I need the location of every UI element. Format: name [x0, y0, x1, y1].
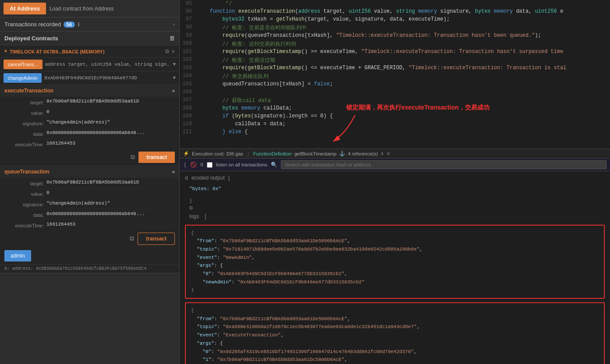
exec-copy-icon[interactable]: ⧉	[131, 154, 135, 161]
execute-tx-section: executeTransaction ▲ target: 0x7b96aF9Bd…	[0, 85, 179, 166]
exec-param-value: value: 0	[0, 107, 179, 117]
change-admin-value: 0xAb8483F64d9C6d1EcF9b849Ae677dD	[44, 75, 170, 81]
copy-decoded-icon[interactable]: ⧉	[189, 205, 193, 211]
logs-count: 0	[200, 162, 203, 167]
exec-param-time: executeTime: 1661264453	[0, 138, 179, 149]
at-address-button[interactable]: At Address	[4, 3, 46, 14]
code-line-103: 103 require(getBlockTimestamp() <= execu…	[180, 64, 610, 72]
deployed-contracts-section: Deployed Contracts 🗑 ▼ TIMELOCK AT 0X7B9…	[0, 32, 179, 273]
output-panel: decoded output { "bytes: 0x" } ⧉ logs [ …	[180, 171, 610, 364]
line-code-109: if (bytes(signature).length == 0) {	[197, 113, 333, 119]
tx-count-badge: 56	[64, 21, 75, 28]
line-num-111: 111	[180, 129, 197, 135]
queue-target-value: 0x7b96aF9Bd211cBf6BA5b0dd53aa61D	[46, 180, 139, 185]
tx-expand-arrow[interactable]: ›	[173, 21, 175, 28]
contract-close-icon[interactable]: ✕	[172, 48, 175, 55]
execute-tx-header[interactable]: executeTransaction ▲	[0, 85, 179, 96]
cancel-trans-button[interactable]: cancelTrans...	[4, 60, 43, 69]
line-num-107: 107	[180, 97, 197, 103]
contract-copy-icon[interactable]: ⧉	[165, 49, 169, 55]
execute-tx-chevron-icon: ▲	[172, 88, 175, 93]
queue-param-value: value: 0	[0, 188, 179, 198]
queue-transact-button[interactable]: transact	[138, 233, 175, 245]
line-code-96: function executeTransaction(address targ…	[197, 8, 563, 14]
line-num-109: 109	[180, 113, 197, 119]
queue-transact-row: ⧉ transact	[0, 230, 179, 247]
exec-value-label: value:	[9, 109, 44, 116]
log1-args-newadmin: "newAdmin": "0xAb8483F64d9C6d1EcF9b849Ae…	[191, 278, 599, 286]
queue-param-signature: signature: "changeAdmin(address)"	[0, 198, 179, 209]
info-icon[interactable]: ℹ	[78, 21, 80, 28]
line-code-99: require(queuedTransactions[txHash], "Tim…	[197, 32, 541, 39]
line-num-101: 101	[180, 49, 197, 55]
line-code-100: // 检查: 达到交易的执行时间	[197, 40, 296, 48]
exec-fn-name: getBlockTimestamp	[294, 151, 337, 156]
search-input[interactable]	[281, 160, 606, 169]
code-line-98: 98 // 检查: 交易是否在时间锁队列中	[180, 24, 610, 32]
code-line-102: 102 // 检查: 交易没过期	[180, 56, 610, 64]
log-box-1: { "from": "0x7b96aF9Bd211cBf6BA5b0dd53aa…	[185, 225, 605, 299]
change-admin-expand-icon[interactable]: ▼	[173, 75, 176, 81]
exec-param-data: data: 0x000000000000000000000000ab848...	[0, 128, 179, 138]
tx-recorded-label: Transactions recorded	[4, 21, 61, 28]
queue-value-label: value:	[9, 190, 44, 197]
right-panel: 95 */ 96 function executeTransaction(add…	[180, 0, 610, 364]
exec-value-value: 0	[46, 109, 50, 114]
logs-ban-icon[interactable]: 🚫	[190, 162, 197, 168]
code-line-100: 100 // 检查: 达到交易的执行时间	[180, 40, 610, 48]
queue-tx-chevron-icon: ▲	[172, 169, 175, 174]
line-num-106: 106	[180, 89, 197, 95]
change-admin-row: changeAdmin 0xAb8483F64d9C6d1EcF9b849Ae6…	[0, 71, 179, 85]
line-code-107: // 获取call data	[197, 97, 271, 104]
deployed-contracts-label: Deployed Contracts	[4, 35, 58, 42]
exec-lightning-icon: ⚡	[183, 151, 189, 156]
queue-target-label: target:	[9, 180, 44, 186]
search-icon: 🔍	[271, 162, 277, 168]
trash-icon[interactable]: 🗑	[169, 35, 175, 42]
exec-param-target: target: 0x7b96aF9Bd211cBf6BA5b0dd53aa61D	[0, 96, 179, 107]
line-code-97: bytes32 txHash = getTxHash(target, value…	[197, 16, 450, 22]
left-panel: At Address Load contract from Address Tr…	[0, 0, 180, 364]
line-code-103: require(getBlockTimestamp() <= executeTi…	[197, 65, 567, 71]
exec-next-icon[interactable]: ∨	[387, 151, 390, 156]
load-contract-label: Load contract from Address	[50, 6, 114, 12]
contract-chevron-icon[interactable]: ▼	[4, 49, 7, 54]
exec-transact-row: ⧉ transact	[0, 149, 179, 166]
exec-time-value: 1661264453	[46, 141, 75, 146]
exec-anchor-icon[interactable]: ⚓	[339, 151, 345, 156]
line-code-105: queuedTransactions[txHash] = false;	[197, 81, 333, 87]
exec-transact-button[interactable]: transact	[138, 152, 175, 163]
code-line-109: 109 if (bytes(signature).length == 0) {	[180, 113, 610, 120]
line-num-105: 105	[180, 81, 197, 87]
code-line-99: 99 require(queuedTransactions[txHash], "…	[180, 32, 610, 40]
queue-tx-header[interactable]: queueTransaction ▲	[0, 166, 179, 177]
exec-fn-type: FunctionDefinition	[253, 151, 292, 156]
queue-time-label: executeTime:	[9, 222, 44, 228]
exec-refs-text: 4 reference(s)	[348, 151, 378, 156]
queue-data-value: 0x000000000000000000000000ab848...	[46, 211, 145, 216]
queue-tx-title: queueTransaction	[4, 169, 172, 175]
line-code-108: bytes memory callData;	[197, 105, 292, 111]
log2-args: "args": {	[191, 339, 599, 348]
log2-args-0: "0": "0x9d285af4319ce8516bf174931396f166…	[191, 348, 599, 356]
line-num-104: 104	[180, 73, 197, 79]
exec-prev-icon[interactable]: ∧	[380, 151, 384, 156]
cancel-trans-expand-icon[interactable]: ▼	[173, 62, 176, 67]
decoded-output-label: d	[185, 175, 188, 181]
log1-open-brace: {	[191, 229, 599, 237]
logs-back-icon[interactable]: ⟨	[183, 161, 187, 169]
log1-topic: "topic": "0x71814071b88dee5e0b2ae578a9dd…	[191, 245, 599, 254]
log1-from: "from": "0x7b96aF9Bd211cBf6BA5b0dd53aa61…	[191, 237, 599, 245]
queue-sig-label: signature:	[9, 201, 44, 207]
listen-checkbox[interactable]	[207, 162, 213, 168]
queue-copy-icon[interactable]: ⧉	[130, 235, 134, 242]
exec-target-label: target:	[9, 99, 44, 105]
cancel-trans-value: address target, uint256 value, string si…	[45, 62, 170, 67]
admin-button[interactable]: admin	[4, 250, 31, 262]
log2-event: "event": "ExecuteTransaction",	[191, 331, 599, 339]
decoded-brace-open: {	[228, 175, 230, 181]
change-admin-button[interactable]: changeAdmin	[4, 73, 42, 83]
copy-decoded-row: ⧉	[185, 205, 605, 212]
exec-divider: |	[248, 151, 249, 156]
line-num-108: 108	[180, 105, 197, 111]
